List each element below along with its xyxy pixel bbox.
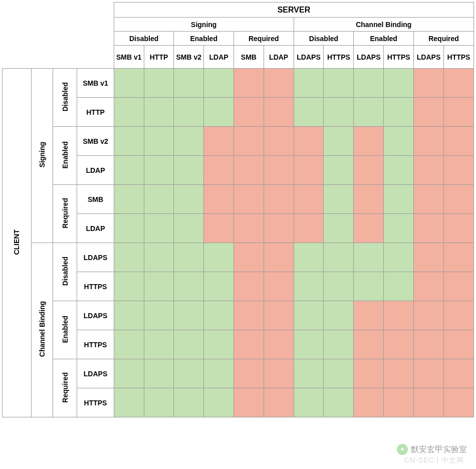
matrix-cell [264,359,294,388]
server-state: Enabled [354,32,414,46]
server-proto: SMB [234,46,264,69]
server-state: Disabled [294,32,354,46]
matrix-cell [114,214,144,243]
matrix-cell [204,243,234,272]
matrix-cell [264,214,294,243]
client-proto: HTTPS [77,272,114,301]
client-state: Disabled [53,243,77,301]
matrix-cell [443,127,473,156]
matrix-cell [443,272,473,301]
relay-matrix-table: SERVER Signing Channel Binding Disabled … [2,2,474,417]
matrix-cell [324,388,354,417]
client-axis-label: CLIENT [3,69,32,417]
matrix-cell [354,69,384,98]
matrix-cell [264,98,294,127]
matrix-cell [294,98,324,127]
client-state: Disabled [53,69,77,127]
matrix-cell [384,388,414,417]
matrix-cell [294,243,324,272]
matrix-cell [354,330,384,359]
matrix-cell [443,388,473,417]
matrix-cell [204,156,234,185]
matrix-cell [384,69,414,98]
client-proto: SMB v1 [77,69,114,98]
matrix-cell [384,272,414,301]
matrix-cell [414,185,444,214]
matrix-cell [384,359,414,388]
matrix-cell [443,98,473,127]
matrix-cell [324,185,354,214]
server-proto: LDAPS [294,46,324,69]
server-proto: SMB v2 [174,46,204,69]
matrix-cell [234,185,264,214]
matrix-cell [443,330,473,359]
matrix-cell [114,69,144,98]
matrix-cell [294,359,324,388]
matrix-cell [443,156,473,185]
matrix-cell [174,69,204,98]
client-proto: HTTPS [77,388,114,417]
matrix-cell [114,243,144,272]
matrix-cell [234,330,264,359]
matrix-cell [114,127,144,156]
matrix-cell [234,359,264,388]
server-cat-cb: Channel Binding [294,18,473,32]
matrix-cell [384,185,414,214]
matrix-cell [144,330,174,359]
matrix-cell [204,330,234,359]
matrix-cell [294,185,324,214]
matrix-cell [324,301,354,330]
matrix-cell [174,156,204,185]
matrix-cell [354,156,384,185]
matrix-cell [144,243,174,272]
matrix-cell [264,388,294,417]
matrix-cell [264,185,294,214]
matrix-cell [384,214,414,243]
matrix-cell [414,272,444,301]
matrix-cell [204,185,234,214]
matrix-cell [414,127,444,156]
matrix-cell [443,185,473,214]
matrix-cell [384,127,414,156]
matrix-cell [234,156,264,185]
matrix-cell [174,272,204,301]
matrix-cell [354,272,384,301]
matrix-cell [204,388,234,417]
matrix-cell [234,98,264,127]
server-proto: HTTPS [443,46,473,69]
matrix-cell [384,301,414,330]
matrix-cell [264,156,294,185]
matrix-cell [384,156,414,185]
matrix-cell [324,272,354,301]
matrix-cell [354,243,384,272]
server-state: Required [234,32,294,46]
matrix-cell [144,127,174,156]
matrix-cell [204,301,234,330]
matrix-cell [414,301,444,330]
server-proto: LDAPS [354,46,384,69]
matrix-cell [144,359,174,388]
matrix-cell [204,127,234,156]
matrix-cell [114,359,144,388]
matrix-cell [354,185,384,214]
matrix-cell [144,272,174,301]
server-proto: SMB v1 [114,46,144,69]
matrix-cell [324,69,354,98]
matrix-cell [354,98,384,127]
server-axis-label: SERVER [114,3,473,18]
server-cat-signing: Signing [114,18,294,32]
matrix-cell [294,156,324,185]
server-state: Disabled [114,32,174,46]
matrix-cell [264,301,294,330]
matrix-cell [144,185,174,214]
client-cat: Signing [31,69,53,243]
matrix-cell [443,301,473,330]
matrix-cell [414,359,444,388]
matrix-cell [443,69,473,98]
matrix-cell [114,98,144,127]
client-state: Enabled [53,301,77,359]
matrix-cell [114,330,144,359]
matrix-cell [324,156,354,185]
matrix-cell [324,243,354,272]
matrix-cell [414,330,444,359]
